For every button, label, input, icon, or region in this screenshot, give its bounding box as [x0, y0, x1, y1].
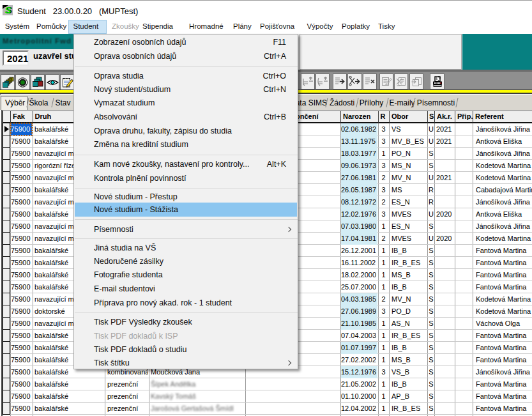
svg-text:S: S [5, 5, 11, 15]
